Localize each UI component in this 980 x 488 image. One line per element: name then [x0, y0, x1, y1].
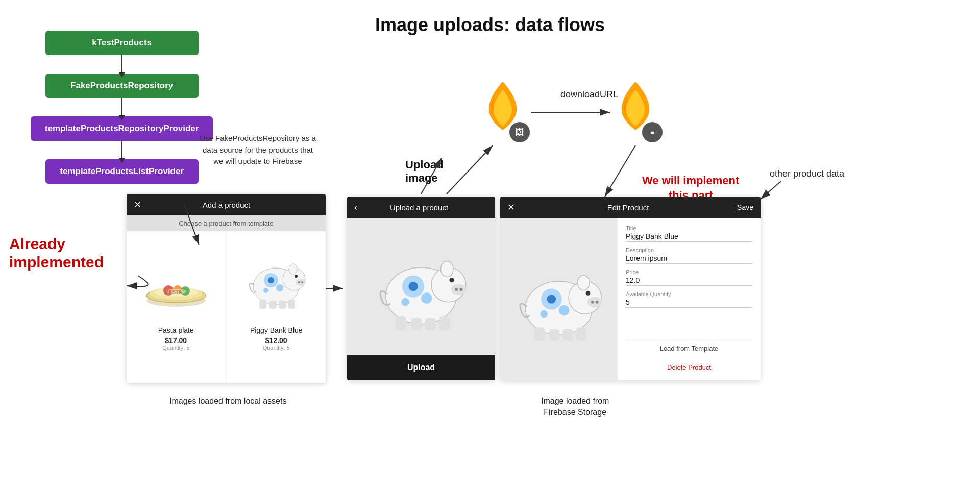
svg-point-51: [547, 295, 556, 304]
svg-point-42: [591, 301, 594, 304]
edit-product-mockup: ✕ Edit Product Save: [500, 197, 761, 380]
mockup1-close[interactable]: ✕: [134, 199, 141, 210]
field-title-label: Title: [626, 225, 752, 231]
flow-arrow-1: [121, 55, 122, 74]
svg-point-22: [276, 284, 283, 291]
firebase-flame-right: ≡: [612, 79, 658, 137]
download-url-label: downloadURL: [560, 89, 618, 100]
field-title-value: Piggy Bank Blue: [626, 232, 752, 240]
flow-arrow-2: [121, 98, 122, 116]
add-product-mockup: ✕ Add a product Choose a product from te…: [127, 194, 326, 383]
svg-point-26: [451, 284, 467, 295]
svg-point-13: [301, 281, 303, 283]
field-qty-value: 5: [626, 298, 752, 306]
field-desc-value: Lorem ipsum: [626, 254, 752, 262]
product-card-piggy[interactable]: Piggy Bank Blue $12.00 Quantity: 5: [227, 231, 326, 383]
field-description: Description Lorem ipsum: [626, 247, 752, 264]
svg-point-41: [587, 297, 602, 307]
mockup2-title: Upload a product: [361, 203, 477, 212]
pasta-price: $17.00: [165, 336, 187, 345]
pasta-name: Pasta plate: [158, 326, 194, 334]
mockup1-title: Add a product: [145, 201, 307, 209]
mockup2-back[interactable]: ‹: [354, 202, 357, 213]
mockup1-template-bar: Choose a product from template: [127, 215, 326, 231]
svg-rect-19: [288, 300, 295, 309]
edit-product-image: [500, 218, 618, 380]
svg-point-11: [296, 279, 306, 286]
mockup3-header: ✕ Edit Product Save: [500, 197, 761, 218]
upload-piggy-svg: [370, 235, 472, 337]
mockup1-below-label: Images loaded from local assets: [169, 396, 286, 407]
mockup3-below-label: Image loaded fromFirebase Storage: [541, 396, 609, 419]
svg-rect-33: [425, 318, 436, 331]
svg-line-59: [605, 145, 635, 197]
svg-point-37: [421, 292, 432, 304]
mockup2-body: Upload: [347, 218, 495, 380]
piggy-bank-svg: [243, 245, 309, 316]
svg-point-29: [449, 278, 454, 282]
delete-product-button[interactable]: Delete Product: [626, 361, 752, 373]
svg-rect-31: [395, 316, 406, 330]
already-implemented-label: Alreadyimplemented: [9, 235, 104, 272]
field-qty-label: Available Quantity: [626, 291, 752, 297]
pasta-qty: Quantity: 5: [162, 345, 189, 351]
mockup1-product-grid: PASTA Pasta plate $17.00 Quantity: 5: [127, 231, 326, 383]
description-text: Use FakeProductsRepository as a data sou…: [199, 133, 316, 167]
field-price-value: 12.0: [626, 276, 752, 284]
field-price: Price 12.0: [626, 269, 752, 286]
svg-line-57: [447, 145, 493, 194]
upload-image-area: [347, 218, 495, 355]
product-card-pasta[interactable]: PASTA Pasta plate $17.00 Quantity: 5: [127, 231, 226, 383]
svg-point-23: [263, 288, 268, 293]
mockup3-close[interactable]: ✕: [507, 202, 515, 213]
piggy-name: Piggy Bank Blue: [250, 326, 303, 334]
svg-rect-47: [549, 329, 559, 340]
mockup3-save[interactable]: Save: [737, 203, 753, 211]
svg-rect-17: [270, 301, 277, 309]
svg-point-15: [289, 264, 297, 274]
svg-rect-49: [576, 328, 586, 341]
mockup3-title: Edit Product: [519, 203, 737, 212]
svg-line-60: [761, 181, 781, 199]
upload-button[interactable]: Upload: [347, 355, 495, 380]
edit-product-form: Title Piggy Bank Blue Description Lorem …: [618, 218, 761, 380]
svg-point-14: [295, 275, 298, 278]
firebase-flame-left: 🖼: [480, 79, 526, 137]
other-product-data-label: other product data: [770, 168, 844, 179]
mockup1-body: Choose a product from template: [127, 215, 326, 383]
svg-point-28: [459, 288, 462, 291]
field-desc-label: Description: [626, 247, 752, 253]
load-template-button[interactable]: Load from Template: [626, 340, 752, 356]
svg-point-43: [596, 301, 599, 304]
mockup2-header: ‹ Upload a product: [347, 197, 495, 218]
svg-point-30: [440, 261, 453, 277]
upload-image-label: Uploadimage: [405, 158, 444, 185]
svg-rect-46: [534, 328, 545, 341]
upload-product-mockup: ‹ Upload a product: [347, 197, 495, 380]
piggy-image-area: [240, 239, 312, 321]
flow-box-ktestproducts: kTestProducts: [45, 31, 199, 55]
svg-rect-18: [279, 301, 286, 309]
svg-point-27: [455, 288, 458, 291]
svg-point-12: [298, 281, 300, 283]
field-quantity: Available Quantity 5: [626, 291, 752, 308]
svg-rect-34: [439, 316, 450, 330]
svg-point-53: [540, 310, 548, 318]
flow-arrow-3: [121, 141, 122, 159]
piggy-qty: Quantity: 5: [263, 345, 290, 351]
svg-point-52: [559, 305, 569, 315]
pasta-image-area: PASTA: [140, 239, 212, 321]
svg-rect-48: [562, 329, 573, 340]
pasta-plate-svg: PASTA: [143, 245, 209, 316]
svg-point-36: [408, 282, 418, 291]
flow-column: kTestProducts FakeProductsRepository tem…: [31, 31, 213, 184]
svg-rect-16: [259, 300, 266, 309]
svg-point-44: [586, 291, 591, 296]
piggy-price: $12.00: [265, 336, 287, 345]
mockup3-body: Title Piggy Bank Blue Description Lorem …: [500, 218, 761, 380]
svg-point-38: [402, 298, 409, 306]
edit-piggy-svg: [510, 251, 607, 348]
field-title: Title Piggy Bank Blue: [626, 225, 752, 242]
mockup1-header: ✕ Add a product: [127, 194, 326, 215]
field-price-label: Price: [626, 269, 752, 275]
